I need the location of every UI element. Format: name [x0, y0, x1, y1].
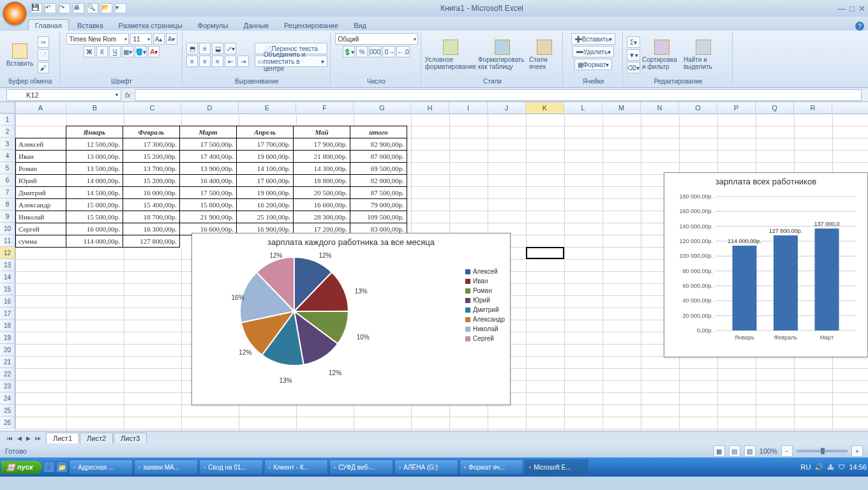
- align-right-icon[interactable]: ≡: [212, 56, 223, 67]
- cell-styles-button[interactable]: Стили ячеек: [529, 40, 560, 70]
- help-icon[interactable]: ?: [855, 22, 864, 31]
- row-header-8[interactable]: 8: [0, 198, 15, 211]
- shrink-font-icon[interactable]: A▾: [166, 33, 177, 45]
- comma-icon[interactable]: 000: [369, 46, 381, 57]
- sort-filter-button[interactable]: Сортировка и фильтр: [642, 40, 682, 70]
- row-header-3[interactable]: 3: [0, 138, 15, 150]
- col-header-C[interactable]: C: [124, 102, 181, 114]
- qat-open-icon[interactable]: 📂: [101, 3, 112, 13]
- merge-center-button[interactable]: ▭ Объединить и поместить в центре ▾: [255, 56, 327, 67]
- tab-Данные[interactable]: Данные: [236, 19, 276, 31]
- col-header-N[interactable]: N: [641, 102, 679, 114]
- start-button[interactable]: 🪟 пуск: [1, 461, 42, 474]
- italic-button[interactable]: К: [96, 46, 108, 57]
- taskbar-item[interactable]: ▫АЛЁНА (G:): [394, 459, 458, 475]
- taskbar-item[interactable]: ▫Microsoft E...: [525, 459, 588, 475]
- currency-icon[interactable]: 💲▾: [343, 46, 355, 57]
- close-button[interactable]: ✕: [858, 4, 865, 13]
- row-header-2[interactable]: 2: [0, 126, 15, 138]
- worksheet-area[interactable]: ABCDEFGHIJKLMNOPQR 123456789101112131415…: [0, 102, 868, 431]
- tab-Вставка[interactable]: Вставка: [70, 19, 110, 31]
- bold-button[interactable]: Ж: [84, 46, 95, 57]
- minimize-button[interactable]: —: [837, 4, 846, 13]
- row-header-22[interactable]: 22: [0, 368, 15, 380]
- insert-cells-button[interactable]: ➕ Вставить ▾: [571, 33, 615, 45]
- sheet-tab-Лист2[interactable]: Лист2: [80, 433, 113, 443]
- fill-icon[interactable]: ▼▾: [627, 49, 640, 61]
- align-bottom-icon[interactable]: ⬓: [212, 43, 223, 54]
- row-header-25[interactable]: 25: [0, 405, 15, 417]
- maximize-button[interactable]: □: [849, 4, 855, 13]
- qat-save-icon[interactable]: 💾: [31, 3, 42, 13]
- col-header-I[interactable]: I: [449, 102, 488, 114]
- row-header-23[interactable]: 23: [0, 380, 15, 392]
- tab-Формулы[interactable]: Формулы: [191, 19, 236, 31]
- select-all-corner[interactable]: [0, 102, 15, 114]
- tray-volume-icon[interactable]: 🔊: [814, 463, 823, 471]
- zoom-slider[interactable]: [797, 450, 848, 452]
- row-header-10[interactable]: 10: [0, 223, 15, 235]
- indent-increase-icon[interactable]: ⇥: [237, 56, 249, 67]
- fx-icon[interactable]: fx: [125, 91, 131, 99]
- row-header-18[interactable]: 18: [0, 320, 15, 332]
- format-painter-icon[interactable]: 🖌: [38, 62, 49, 73]
- qat-print-icon[interactable]: 🖶: [73, 3, 84, 13]
- col-header-G[interactable]: G: [354, 102, 411, 114]
- tab-Главная[interactable]: Главная: [28, 19, 69, 31]
- qat-undo-icon[interactable]: ↶: [45, 3, 56, 13]
- delete-cells-button[interactable]: ➖ Удалить ▾: [572, 46, 614, 57]
- col-header-J[interactable]: J: [488, 102, 526, 114]
- cut-icon[interactable]: ✂: [38, 36, 49, 48]
- formula-bar[interactable]: [135, 89, 862, 101]
- pie-chart[interactable]: зарплата каждого работника за все месяца…: [191, 233, 511, 405]
- tray-clock[interactable]: 14:56: [849, 463, 867, 471]
- sheet-tab-Лист3[interactable]: Лист3: [114, 433, 147, 443]
- col-header-B[interactable]: B: [66, 102, 124, 114]
- font-name-combo[interactable]: Times New Rom: [66, 33, 129, 45]
- zoom-in-button[interactable]: +: [851, 445, 863, 457]
- tray-shield-icon[interactable]: 🛡: [838, 463, 845, 471]
- col-header-R[interactable]: R: [794, 102, 832, 114]
- row-header-20[interactable]: 20: [0, 344, 15, 356]
- name-box[interactable]: K12: [6, 89, 121, 101]
- taskbar-item[interactable]: ▫Адресная ...: [69, 459, 133, 475]
- quick-launch-explorer-icon[interactable]: 📁: [56, 461, 68, 473]
- col-header-M[interactable]: M: [602, 102, 641, 114]
- col-header-O[interactable]: O: [679, 102, 717, 114]
- row-header-13[interactable]: 13: [0, 259, 15, 271]
- row-header-21[interactable]: 21: [0, 356, 15, 368]
- orientation-icon[interactable]: ⤢▾: [225, 43, 236, 54]
- col-header-Q[interactable]: Q: [756, 102, 794, 114]
- align-middle-icon[interactable]: ≡: [199, 43, 211, 54]
- view-layout-icon[interactable]: ▤: [729, 445, 740, 457]
- row-header-6[interactable]: 6: [0, 174, 15, 186]
- row-header-26[interactable]: 26: [0, 417, 15, 429]
- sheet-nav-next-icon[interactable]: ▶: [24, 435, 33, 442]
- increase-decimal-icon[interactable]: .0→: [382, 46, 395, 57]
- col-header-F[interactable]: F: [296, 102, 354, 114]
- tab-Вид[interactable]: Вид: [347, 19, 373, 31]
- underline-button[interactable]: Ч: [109, 46, 121, 57]
- tab-Рецензирование[interactable]: Рецензирование: [277, 19, 345, 31]
- paste-button[interactable]: Вставить: [4, 43, 36, 67]
- autosum-icon[interactable]: Σ▾: [627, 36, 640, 48]
- decrease-decimal-icon[interactable]: ←.0: [396, 46, 409, 57]
- align-left-icon[interactable]: ≡: [186, 56, 198, 67]
- sheet-nav-first-icon[interactable]: ⏮: [5, 435, 15, 442]
- taskbar-item[interactable]: ▫заявки МА...: [134, 459, 198, 475]
- format-as-table-button[interactable]: Форматировать как таблицу: [478, 40, 527, 70]
- tray-network-icon[interactable]: 🖧: [827, 463, 834, 471]
- data-table[interactable]: ЯнварьФевральМартАпрельМайитогоАлексей12…: [15, 126, 407, 248]
- quick-launch-ie-icon[interactable]: e: [43, 461, 55, 473]
- border-button[interactable]: ▦▾: [122, 46, 133, 57]
- row-header-9[interactable]: 9: [0, 211, 15, 223]
- col-header-H[interactable]: H: [411, 102, 449, 114]
- align-center-icon[interactable]: ≡: [199, 56, 211, 67]
- view-normal-icon[interactable]: ▦: [714, 445, 725, 457]
- col-header-E[interactable]: E: [239, 102, 296, 114]
- row-header-16[interactable]: 16: [0, 295, 15, 308]
- fill-color-button[interactable]: 🪣▾: [135, 46, 147, 57]
- qat-preview-icon[interactable]: 🔍: [87, 3, 98, 13]
- office-button[interactable]: [3, 1, 27, 26]
- taskbar-item[interactable]: ▫СУФД веб-...: [329, 459, 393, 475]
